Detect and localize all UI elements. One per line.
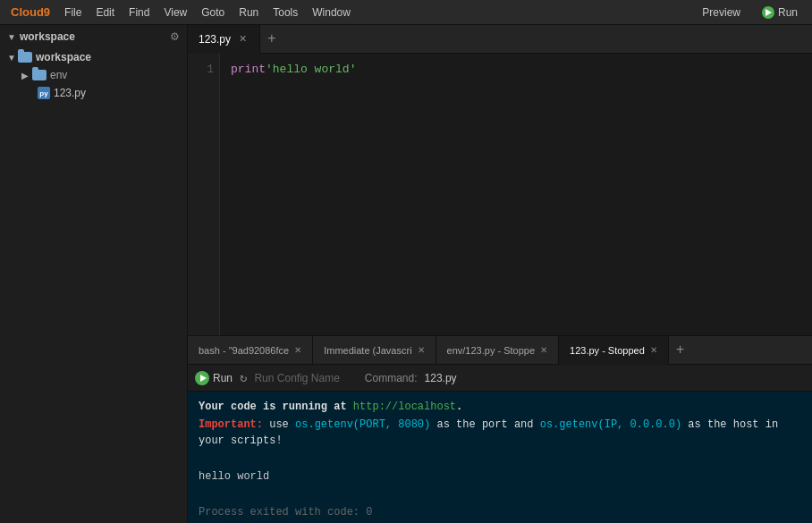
terminal-refresh-icon[interactable]: ↻ bbox=[240, 370, 247, 385]
menu-items: File Edit Find View Goto Run Tools Windo… bbox=[57, 0, 358, 25]
string-hello-world: 'hello world' bbox=[266, 61, 356, 80]
terminal-line-exit: Process exited with code: 0 bbox=[199, 504, 801, 520]
terminal-tab-immediate-label: Immediate (Javascri bbox=[324, 345, 411, 356]
line-numbers: 1 bbox=[188, 54, 220, 335]
terminal-tab-env123-label: env/123.py - Stoppe bbox=[447, 345, 535, 356]
terminal-run-icon bbox=[195, 371, 209, 385]
run-button-label: Run bbox=[778, 6, 798, 19]
terminal-text-getenv-port: os.getenv(PORT, 8080) bbox=[295, 418, 430, 431]
py-file-label: 123.py bbox=[54, 87, 86, 99]
terminal-command-value: 123.py bbox=[425, 372, 457, 384]
terminal-tab-123py-stopped[interactable]: 123.py - Stopped ✕ bbox=[559, 336, 669, 365]
terminal-run-label: Run bbox=[213, 372, 233, 384]
code-content[interactable]: print'hello world' bbox=[220, 54, 812, 335]
terminal-text-getenv-ip: os.getenv(IP, 0.0.0.0) bbox=[540, 418, 681, 431]
terminal-line-hello-world: hello world bbox=[199, 468, 801, 485]
terminal-tab-immediate-close[interactable]: ✕ bbox=[418, 345, 425, 355]
menu-file[interactable]: File bbox=[57, 0, 89, 25]
terminal-line-blank1 bbox=[199, 451, 801, 467]
workspace-label: workspace bbox=[20, 30, 75, 43]
terminal-text-use: use bbox=[263, 418, 295, 431]
menu-window[interactable]: Window bbox=[305, 0, 358, 25]
terminal-output[interactable]: Your code is running at http://localhost… bbox=[188, 392, 812, 523]
content-area: 123.py ✕ + 1 print'hello world' bash - "… bbox=[188, 25, 812, 523]
terminal-text-important-label: Important: bbox=[199, 418, 263, 431]
settings-icon[interactable]: ⚙ bbox=[170, 30, 180, 43]
terminal-line-1: Your code is running at http://localhost… bbox=[199, 399, 801, 415]
code-editor: 1 print'hello world' bbox=[188, 54, 812, 335]
terminal-config-name[interactable]: Run Config Name bbox=[254, 372, 339, 384]
terminal-tab-env123[interactable]: env/123.py - Stoppe ✕ bbox=[436, 336, 559, 365]
terminal-tab-bash-close[interactable]: ✕ bbox=[294, 345, 301, 355]
menu-view[interactable]: View bbox=[156, 0, 194, 25]
sidebar-header-left: ▼ workspace bbox=[7, 30, 75, 43]
editor-tabs: 123.py ✕ + bbox=[188, 25, 812, 54]
terminal-tab-bash-label: bash - "9ad92086fce bbox=[199, 345, 289, 356]
main-layout: ▼ workspace ⚙ ▼ workspace ▶ env py 123.p… bbox=[0, 25, 812, 523]
tree-item-workspace[interactable]: ▼ workspace bbox=[0, 48, 187, 66]
editor-tab-close[interactable]: ✕ bbox=[236, 33, 249, 46]
app-brand: Cloud9 bbox=[4, 5, 57, 19]
terminal-tab-env123-close[interactable]: ✕ bbox=[540, 345, 547, 355]
sidebar: ▼ workspace ⚙ ▼ workspace ▶ env py 123.p… bbox=[0, 25, 188, 523]
editor-tab-123py[interactable]: 123.py ✕ bbox=[188, 25, 260, 54]
terminal-tab-123py-stopped-label: 123.py - Stopped bbox=[570, 345, 645, 356]
tree-item-123py[interactable]: py 123.py bbox=[0, 84, 187, 102]
menu-tools[interactable]: Tools bbox=[266, 0, 305, 25]
terminal-tab-immediate[interactable]: Immediate (Javascri ✕ bbox=[313, 336, 436, 365]
folder-icon-workspace bbox=[18, 52, 32, 63]
py-file-icon: py bbox=[38, 87, 50, 99]
tree-arrow-env: ▶ bbox=[21, 71, 30, 80]
menu-goto[interactable]: Goto bbox=[194, 0, 232, 25]
terminal-toolbar: Run ↻ Run Config Name Command: 123.py bbox=[188, 365, 812, 392]
tree-expand-icon: ▼ bbox=[7, 32, 16, 42]
workspace-folder-label: workspace bbox=[36, 51, 91, 63]
run-button-icon bbox=[762, 6, 774, 19]
terminal-line-blank2 bbox=[199, 486, 801, 502]
line-number-1: 1 bbox=[188, 61, 214, 80]
terminal-text-as-port: as the port and bbox=[430, 418, 539, 431]
menu-edit[interactable]: Edit bbox=[89, 0, 122, 25]
terminal-text-dot: . bbox=[456, 401, 462, 413]
sidebar-header: ▼ workspace ⚙ bbox=[0, 25, 187, 48]
menu-find[interactable]: Find bbox=[122, 0, 156, 25]
tree-item-env[interactable]: ▶ env bbox=[0, 66, 187, 84]
terminal-run-button[interactable]: Run bbox=[195, 371, 233, 385]
preview-button[interactable]: Preview bbox=[691, 0, 751, 25]
terminal-tab-123py-stopped-close[interactable]: ✕ bbox=[650, 345, 657, 355]
editor-tab-add[interactable]: + bbox=[260, 25, 283, 54]
tree-arrow-workspace: ▼ bbox=[7, 53, 16, 63]
terminal-tab-bash[interactable]: bash - "9ad92086fce ✕ bbox=[188, 336, 313, 365]
terminal-line-2: Important: use os.getenv(PORT, 8080) as … bbox=[199, 417, 801, 449]
menu-bar: Cloud9 File Edit Find View Goto Run Tool… bbox=[0, 0, 812, 25]
terminal-tabs: bash - "9ad92086fce ✕ Immediate (Javascr… bbox=[188, 336, 812, 365]
run-button[interactable]: Run bbox=[751, 0, 808, 25]
terminal-section: bash - "9ad92086fce ✕ Immediate (Javascr… bbox=[188, 335, 812, 523]
code-line-1: print'hello world' bbox=[231, 61, 801, 80]
terminal-tab-add[interactable]: + bbox=[669, 336, 692, 365]
keyword-print: print bbox=[231, 61, 266, 80]
terminal-text-url: http://localhost bbox=[353, 401, 456, 413]
menu-run[interactable]: Run bbox=[232, 0, 266, 25]
editor-tab-label: 123.py bbox=[199, 33, 231, 46]
env-folder-label: env bbox=[50, 69, 67, 81]
terminal-command-label: Command: bbox=[365, 372, 418, 384]
terminal-text-running: Your code is running at bbox=[199, 401, 353, 413]
folder-icon-env bbox=[32, 70, 47, 80]
